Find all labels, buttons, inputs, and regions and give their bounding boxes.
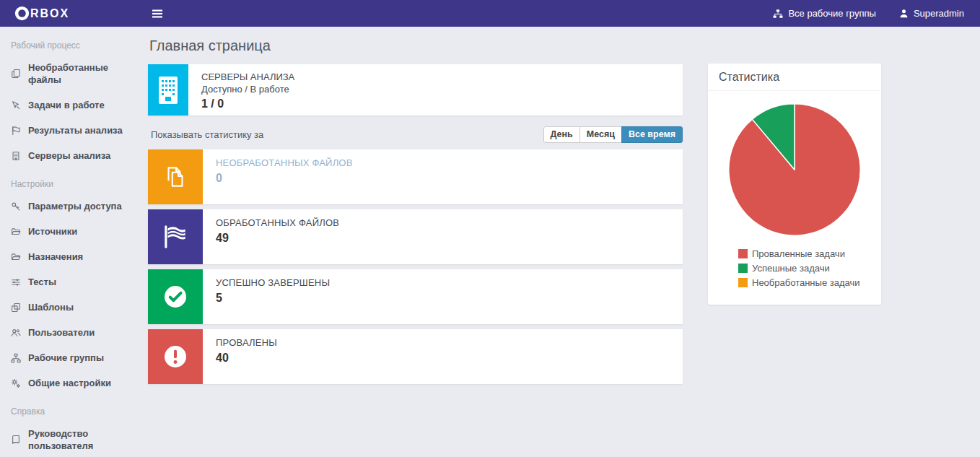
clone-icon [11, 303, 21, 313]
stats-filter-button-group: День Месяц Все время [543, 126, 683, 143]
topbar: RBOX Все рабочие группы Superadmin [0, 0, 980, 27]
servers-card-tile [148, 64, 188, 116]
building-icon [11, 151, 21, 161]
stats-filter-row: Показывать статистику за День Месяц Все … [148, 126, 683, 143]
legend-label: Необработанные задачи [752, 277, 859, 288]
statistics-panel: Статистика Проваленные задачи Успешные з… [708, 64, 881, 305]
sidebar-item-unprocessed-files[interactable]: Необработанные файлы [0, 55, 141, 92]
sidebar-item-analysis-servers[interactable]: Серверы анализа [0, 143, 141, 168]
workgroups-label: Все рабочие группы [788, 8, 876, 19]
page-title: Главная страница [149, 38, 683, 54]
key-icon [11, 201, 21, 212]
stat-value: 5 [216, 292, 330, 305]
sidebar-item-user-manual[interactable]: Руководство пользователя [0, 421, 141, 457]
sidebar-item-label: Шаблоны [28, 301, 74, 313]
processed-files-tile [148, 209, 203, 264]
hamburger-icon [152, 9, 162, 18]
sidebar-item-label: Необработанные файлы [28, 61, 130, 86]
legend-label: Успешные задачи [752, 263, 830, 274]
sidebar-item-users[interactable]: Пользователи [0, 320, 141, 345]
building-icon [156, 74, 180, 106]
app-logo[interactable]: RBOX [0, 6, 141, 21]
sidebar-item-sources[interactable]: Источники [0, 219, 141, 244]
flag-icon [160, 222, 191, 251]
legend-item-success[interactable]: Успешные задачи [738, 263, 881, 274]
folder-open-icon [11, 252, 21, 262]
exclamation-circle-icon [161, 342, 190, 371]
stat-label: УСПЕШНО ЗАВЕРШЕНЫ [216, 277, 330, 289]
sidebar-item-label: Тесты [28, 276, 56, 288]
stat-label: НЕОБРАБОТАННЫХ ФАЙЛОВ [216, 157, 353, 169]
completed-tasks-tile [148, 269, 203, 324]
sidebar-item-analysis-results[interactable]: Результаты анализа [0, 118, 141, 143]
sidebar-item-label: Задачи в работе [28, 99, 105, 111]
sidebar-item-label: Пользователи [28, 326, 95, 339]
topbar-right: Все рабочие группы Superadmin [773, 8, 980, 19]
workgroups-menu[interactable]: Все рабочие группы [773, 8, 876, 19]
sidebar-item-label: Источники [28, 225, 77, 238]
sidebar-item-label: Результаты анализа [28, 124, 123, 136]
sidebar-item-label: Серверы анализа [28, 149, 110, 162]
unprocessed-files-card[interactable]: НЕОБРАБОТАННЫХ ФАЙЛОВ 0 [148, 149, 683, 204]
legend-item-unprocessed[interactable]: Необработанные задачи [738, 277, 881, 288]
sitemap-icon [773, 9, 783, 19]
legend-item-failed[interactable]: Проваленные задачи [738, 248, 881, 259]
sidebar-item-general-settings[interactable]: Общие настройки [0, 370, 141, 396]
main-content: Главная страница [141, 27, 980, 457]
stat-value: 49 [216, 232, 339, 245]
sidebar-item-templates[interactable]: Шаблоны [0, 295, 141, 320]
sidebar: Рабочий процесс Необработанные файлы Зад… [0, 27, 141, 457]
legend-swatch [738, 249, 748, 258]
book-icon [11, 435, 21, 445]
servers-card-value: 1 / 0 [201, 97, 294, 110]
sidebar-item-access-params[interactable]: Параметры доступа [0, 193, 141, 219]
sitemap-icon [11, 353, 21, 363]
stat-label: ПРОВАЛЕНЫ [216, 337, 277, 349]
unprocessed-files-tile [148, 149, 203, 204]
pointer-icon [11, 100, 21, 110]
sidebar-item-workgroups[interactable]: Рабочие группы [0, 345, 141, 370]
sliders-icon [11, 277, 21, 287]
pages-icon [161, 162, 190, 191]
pie-legend: Проваленные задачи Успешные задачи Необр… [738, 248, 881, 288]
sidebar-toggle-button[interactable] [141, 0, 174, 27]
sidebar-item-label: Параметры доступа [28, 200, 122, 212]
servers-card-title: СЕРВЕРЫ АНАЛИЗА [201, 71, 294, 83]
statistics-panel-title: Статистика [708, 64, 881, 91]
sidebar-item-tasks-in-progress[interactable]: Задачи в работе [0, 92, 141, 118]
sidebar-item-label: Рабочие группы [28, 352, 104, 364]
user-label: Superadmin [914, 8, 964, 19]
stats-filter-label: Показывать статистику за [151, 129, 263, 140]
sidebar-section-help: Справка [0, 396, 141, 421]
sidebar-item-destinations[interactable]: Назначения [0, 244, 141, 269]
servers-card[interactable]: СЕРВЕРЫ АНАЛИЗА Доступно / В работе 1 / … [148, 64, 683, 116]
filter-alltime-button[interactable]: Все время [621, 126, 683, 143]
users-icon [11, 328, 21, 338]
stat-label: ОБРАБОТАННЫХ ФАЙЛОВ [216, 217, 339, 229]
filter-month-button[interactable]: Месяц [579, 126, 622, 143]
sidebar-item-label: Общие настройки [28, 377, 111, 389]
legend-swatch [738, 264, 748, 273]
sidebar-item-label: Назначения [28, 251, 83, 263]
check-circle-icon [161, 282, 190, 311]
sidebar-section-settings: Настройки [0, 168, 141, 193]
pie-chart [725, 100, 864, 239]
pages-icon [11, 69, 21, 79]
sidebar-item-tests[interactable]: Тесты [0, 269, 141, 295]
legend-swatch [738, 278, 748, 287]
sidebar-item-label: Руководство пользователя [28, 427, 130, 452]
servers-card-subtitle: Доступно / В работе [201, 83, 294, 95]
logo-o-icon [14, 6, 30, 21]
completed-tasks-card[interactable]: УСПЕШНО ЗАВЕРШЕНЫ 5 [148, 269, 683, 324]
flag-icon [11, 126, 21, 136]
failed-tasks-tile [148, 329, 203, 384]
folder-open-icon [11, 227, 21, 237]
logo-text: RBOX [30, 8, 69, 19]
legend-label: Проваленные задачи [752, 248, 845, 259]
user-menu[interactable]: Superadmin [899, 8, 964, 19]
failed-tasks-card[interactable]: ПРОВАЛЕНЫ 40 [148, 329, 683, 384]
filter-day-button[interactable]: День [543, 126, 580, 143]
processed-files-card[interactable]: ОБРАБОТАННЫХ ФАЙЛОВ 49 [148, 209, 683, 264]
stat-value: 40 [216, 352, 277, 365]
sidebar-section-workflow: Рабочий процесс [0, 30, 141, 55]
